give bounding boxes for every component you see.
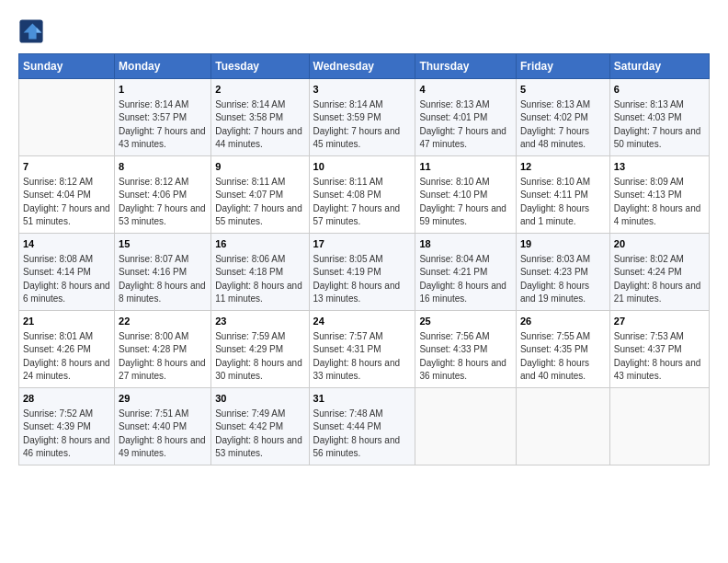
calendar-cell: 13Sunrise: 8:09 AMSunset: 4:13 PMDayligh…: [609, 155, 709, 233]
header-row: SundayMondayTuesdayWednesdayThursdayFrid…: [19, 54, 710, 79]
day-number: 19: [520, 237, 606, 252]
calendar-cell: 16Sunrise: 8:06 AMSunset: 4:18 PMDayligh…: [211, 233, 309, 310]
day-info: Sunrise: 7:53 AMSunset: 4:37 PMDaylight:…: [614, 330, 705, 384]
day-number: 22: [119, 315, 207, 329]
day-info: Sunrise: 7:56 AMSunset: 4:33 PMDaylight:…: [419, 330, 512, 384]
day-number: 26: [520, 315, 606, 329]
day-info: Sunrise: 8:13 AMSunset: 4:01 PMDaylight:…: [419, 98, 512, 152]
calendar-cell: 10Sunrise: 8:11 AMSunset: 4:08 PMDayligh…: [309, 155, 415, 233]
day-number: 20: [614, 237, 705, 252]
day-info: Sunrise: 8:10 AMSunset: 4:10 PMDaylight:…: [419, 176, 512, 229]
calendar-cell: 17Sunrise: 8:05 AMSunset: 4:19 PMDayligh…: [309, 233, 415, 310]
calendar-cell: 15Sunrise: 8:07 AMSunset: 4:16 PMDayligh…: [115, 233, 211, 310]
calendar-cell: [609, 387, 709, 465]
day-number: 31: [313, 392, 412, 407]
day-number: 12: [520, 160, 606, 175]
day-number: 23: [215, 315, 304, 329]
day-info: Sunrise: 7:49 AMSunset: 4:42 PMDaylight:…: [215, 408, 304, 461]
day-number: 9: [215, 160, 304, 175]
day-number: 14: [23, 237, 110, 252]
calendar-cell: 14Sunrise: 8:08 AMSunset: 4:14 PMDayligh…: [19, 233, 115, 310]
calendar-cell: 12Sunrise: 8:10 AMSunset: 4:11 PMDayligh…: [516, 155, 609, 233]
calendar-cell: 2Sunrise: 8:14 AMSunset: 3:58 PMDaylight…: [211, 79, 309, 156]
day-number: 29: [119, 392, 207, 407]
calendar-cell: 20Sunrise: 8:02 AMSunset: 4:24 PMDayligh…: [609, 233, 709, 310]
day-number: 15: [119, 237, 207, 252]
day-number: 24: [313, 315, 412, 329]
calendar-cell: 23Sunrise: 7:59 AMSunset: 4:29 PMDayligh…: [211, 310, 309, 387]
day-info: Sunrise: 8:12 AMSunset: 4:04 PMDaylight:…: [23, 176, 110, 229]
day-number: 7: [23, 160, 110, 175]
day-number: 6: [614, 83, 705, 98]
day-info: Sunrise: 8:04 AMSunset: 4:21 PMDaylight:…: [419, 253, 512, 306]
day-number: 16: [215, 237, 304, 252]
calendar-cell: 31Sunrise: 7:48 AMSunset: 4:44 PMDayligh…: [309, 387, 415, 465]
day-number: 17: [313, 237, 412, 252]
day-number: 27: [614, 315, 705, 329]
day-number: 30: [215, 392, 304, 407]
day-info: Sunrise: 7:48 AMSunset: 4:44 PMDaylight:…: [313, 408, 412, 461]
calendar-cell: 22Sunrise: 8:00 AMSunset: 4:28 PMDayligh…: [115, 310, 211, 387]
day-info: Sunrise: 8:03 AMSunset: 4:23 PMDaylight:…: [520, 253, 606, 306]
day-info: Sunrise: 8:06 AMSunset: 4:18 PMDaylight:…: [215, 253, 304, 306]
day-number: 8: [119, 160, 207, 175]
calendar-cell: 3Sunrise: 8:14 AMSunset: 3:59 PMDaylight…: [309, 79, 415, 156]
day-info: Sunrise: 8:12 AMSunset: 4:06 PMDaylight:…: [119, 176, 207, 229]
week-row-5: 28Sunrise: 7:52 AMSunset: 4:39 PMDayligh…: [19, 387, 710, 465]
day-info: Sunrise: 8:14 AMSunset: 3:58 PMDaylight:…: [215, 98, 304, 152]
week-row-1: 1Sunrise: 8:14 AMSunset: 3:57 PMDaylight…: [19, 79, 710, 156]
calendar-cell: 11Sunrise: 8:10 AMSunset: 4:10 PMDayligh…: [415, 155, 517, 233]
calendar-page: SundayMondayTuesdayWednesdayThursdayFrid…: [0, 0, 728, 563]
calendar-cell: 26Sunrise: 7:55 AMSunset: 4:35 PMDayligh…: [516, 310, 609, 387]
calendar-cell: 25Sunrise: 7:56 AMSunset: 4:33 PMDayligh…: [415, 310, 517, 387]
day-number: 25: [419, 315, 512, 329]
day-info: Sunrise: 8:11 AMSunset: 4:07 PMDaylight:…: [215, 176, 304, 229]
header-cell-thursday: Thursday: [415, 54, 517, 79]
day-info: Sunrise: 8:10 AMSunset: 4:11 PMDaylight:…: [520, 176, 606, 229]
day-number: 13: [614, 160, 705, 175]
calendar-cell: [19, 79, 115, 156]
day-info: Sunrise: 7:52 AMSunset: 4:39 PMDaylight:…: [23, 408, 110, 461]
day-info: Sunrise: 7:57 AMSunset: 4:31 PMDaylight:…: [313, 330, 412, 384]
day-info: Sunrise: 8:00 AMSunset: 4:28 PMDaylight:…: [119, 330, 207, 384]
calendar-cell: 8Sunrise: 8:12 AMSunset: 4:06 PMDaylight…: [115, 155, 211, 233]
day-info: Sunrise: 7:55 AMSunset: 4:35 PMDaylight:…: [520, 330, 606, 384]
day-number: 2: [215, 83, 304, 98]
day-number: 4: [419, 83, 512, 98]
day-info: Sunrise: 7:51 AMSunset: 4:40 PMDaylight:…: [119, 408, 207, 461]
week-row-3: 14Sunrise: 8:08 AMSunset: 4:14 PMDayligh…: [19, 233, 710, 310]
day-info: Sunrise: 8:09 AMSunset: 4:13 PMDaylight:…: [614, 176, 705, 229]
calendar-cell: 1Sunrise: 8:14 AMSunset: 3:57 PMDaylight…: [115, 79, 211, 156]
header-cell-sunday: Sunday: [19, 54, 115, 79]
calendar-cell: 4Sunrise: 8:13 AMSunset: 4:01 PMDaylight…: [415, 79, 517, 156]
header-cell-friday: Friday: [516, 54, 609, 79]
day-number: 18: [419, 237, 512, 252]
calendar-cell: 28Sunrise: 7:52 AMSunset: 4:39 PMDayligh…: [19, 387, 115, 465]
week-row-2: 7Sunrise: 8:12 AMSunset: 4:04 PMDaylight…: [19, 155, 710, 233]
header: [18, 15, 710, 44]
calendar-cell: 6Sunrise: 8:13 AMSunset: 4:03 PMDaylight…: [609, 79, 709, 156]
calendar-cell: [516, 387, 609, 465]
day-number: 11: [419, 160, 512, 175]
week-row-4: 21Sunrise: 8:01 AMSunset: 4:26 PMDayligh…: [19, 310, 710, 387]
day-info: Sunrise: 7:59 AMSunset: 4:29 PMDaylight:…: [215, 330, 304, 384]
day-number: 21: [23, 315, 110, 329]
logo: [18, 18, 48, 44]
header-cell-monday: Monday: [115, 54, 211, 79]
day-info: Sunrise: 8:02 AMSunset: 4:24 PMDaylight:…: [614, 253, 705, 306]
day-info: Sunrise: 8:05 AMSunset: 4:19 PMDaylight:…: [313, 253, 412, 306]
day-info: Sunrise: 8:13 AMSunset: 4:02 PMDaylight:…: [520, 98, 606, 152]
calendar-cell: 7Sunrise: 8:12 AMSunset: 4:04 PMDaylight…: [19, 155, 115, 233]
calendar-cell: 5Sunrise: 8:13 AMSunset: 4:02 PMDaylight…: [516, 79, 609, 156]
calendar-cell: 27Sunrise: 7:53 AMSunset: 4:37 PMDayligh…: [609, 310, 709, 387]
day-info: Sunrise: 8:01 AMSunset: 4:26 PMDaylight:…: [23, 330, 110, 384]
day-number: 1: [119, 83, 207, 98]
calendar-table: SundayMondayTuesdayWednesdayThursdayFrid…: [18, 53, 710, 465]
calendar-cell: 24Sunrise: 7:57 AMSunset: 4:31 PMDayligh…: [309, 310, 415, 387]
day-info: Sunrise: 8:13 AMSunset: 4:03 PMDaylight:…: [614, 98, 705, 152]
calendar-cell: 19Sunrise: 8:03 AMSunset: 4:23 PMDayligh…: [516, 233, 609, 310]
day-number: 10: [313, 160, 412, 175]
calendar-cell: 30Sunrise: 7:49 AMSunset: 4:42 PMDayligh…: [211, 387, 309, 465]
header-cell-wednesday: Wednesday: [309, 54, 415, 79]
day-info: Sunrise: 8:14 AMSunset: 3:57 PMDaylight:…: [119, 98, 207, 152]
